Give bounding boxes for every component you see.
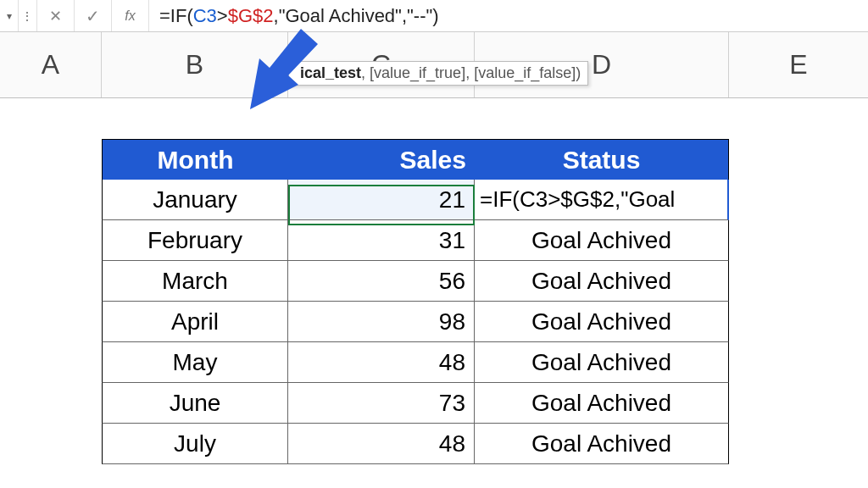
cell-sales[interactable]: 56 [288, 261, 475, 302]
insert-function-button[interactable]: fx [112, 0, 149, 31]
table-row: March 56 Goal Achived [0, 261, 868, 302]
column-header-a[interactable]: A [0, 32, 102, 97]
formula-rest: ,"Goal Achived","--") [274, 5, 439, 26]
cell-month[interactable]: May [102, 342, 288, 383]
table-row: January 21 =IF(C3>$G$2,"Goal [0, 180, 868, 220]
cell-sales[interactable]: 98 [288, 302, 475, 342]
confirm-button[interactable]: ✓ [75, 0, 112, 31]
cell-sales[interactable]: 21 [288, 180, 475, 220]
cell-status[interactable]: Goal Achived [475, 383, 729, 424]
cell[interactable] [729, 424, 868, 464]
cell-sales[interactable]: 48 [288, 424, 475, 464]
cell[interactable] [0, 342, 102, 383]
cell[interactable] [729, 139, 868, 180]
cell[interactable] [0, 139, 102, 180]
table-row: June 73 Goal Achived [0, 383, 868, 424]
cell[interactable] [729, 220, 868, 261]
table-row: February 31 Goal Achived [0, 220, 868, 261]
cell[interactable] [729, 383, 868, 424]
tooltip-rest: , [value_if_true], [value_if_false]) [361, 64, 581, 81]
cell-month[interactable]: January [102, 180, 288, 220]
column-header-e[interactable]: E [729, 32, 868, 97]
cell-month[interactable]: April [102, 302, 288, 342]
formula-bar-options[interactable]: ⋮ [19, 0, 37, 31]
header-month[interactable]: Month [102, 139, 288, 180]
cell[interactable] [0, 261, 102, 302]
formula-prefix: =IF( [159, 5, 193, 26]
cell[interactable] [0, 302, 102, 342]
cell[interactable] [0, 98, 102, 144]
cell-status[interactable]: Goal Achived [475, 220, 729, 261]
cell[interactable] [0, 220, 102, 261]
cell[interactable] [729, 342, 868, 383]
formula-ref-c3: C3 [193, 5, 217, 26]
cell-month[interactable]: June [102, 383, 288, 424]
cell[interactable] [729, 302, 868, 342]
cancel-button[interactable]: ✕ [37, 0, 75, 31]
cell[interactable] [729, 98, 868, 144]
annotation-arrow-icon [220, 29, 322, 114]
cell-status[interactable]: Goal Achived [475, 261, 729, 302]
name-box-dropdown[interactable]: ▾ [0, 0, 19, 31]
cell[interactable] [0, 180, 102, 220]
header-status[interactable]: Status [475, 139, 729, 180]
table-row: July 48 Goal Achived [0, 424, 868, 464]
cell-status[interactable]: Goal Achived [475, 424, 729, 464]
cell-status[interactable]: Goal Achived [475, 342, 729, 383]
svg-marker-0 [250, 29, 318, 109]
cell-sales[interactable]: 73 [288, 383, 475, 424]
formula-input[interactable]: =IF(C3>$G$2,"Goal Achived","--") [149, 5, 868, 27]
cell-status[interactable]: Goal Achived [475, 302, 729, 342]
formula-bar: ▾ ⋮ ✕ ✓ fx =IF(C3>$G$2,"Goal Achived","-… [0, 0, 868, 32]
table-row: May 48 Goal Achived [0, 342, 868, 383]
formula-ref-g2: $G$2 [228, 5, 274, 26]
cell[interactable] [729, 180, 868, 220]
cell-status-editing[interactable]: =IF(C3>$G$2,"Goal [475, 180, 729, 220]
cell-month[interactable]: February [102, 220, 288, 261]
spacer-row [0, 98, 868, 139]
cell[interactable] [0, 383, 102, 424]
function-tooltip: Iical_test, [value_if_true], [value_if_f… [288, 61, 588, 86]
cell-month[interactable]: March [102, 261, 288, 302]
cell-sales[interactable]: 48 [288, 342, 475, 383]
cell[interactable] [475, 98, 729, 144]
cell[interactable] [0, 424, 102, 464]
formula-op: > [217, 5, 228, 26]
worksheet-grid[interactable]: Month Sales Status January 21 =IF(C3>$G$… [0, 98, 868, 464]
cell[interactable] [729, 261, 868, 302]
table-header-row: Month Sales Status [0, 139, 868, 180]
cell-sales[interactable]: 31 [288, 220, 475, 261]
table-row: April 98 Goal Achived [0, 302, 868, 342]
header-sales[interactable]: Sales [288, 139, 475, 180]
cell-month[interactable]: July [102, 424, 288, 464]
